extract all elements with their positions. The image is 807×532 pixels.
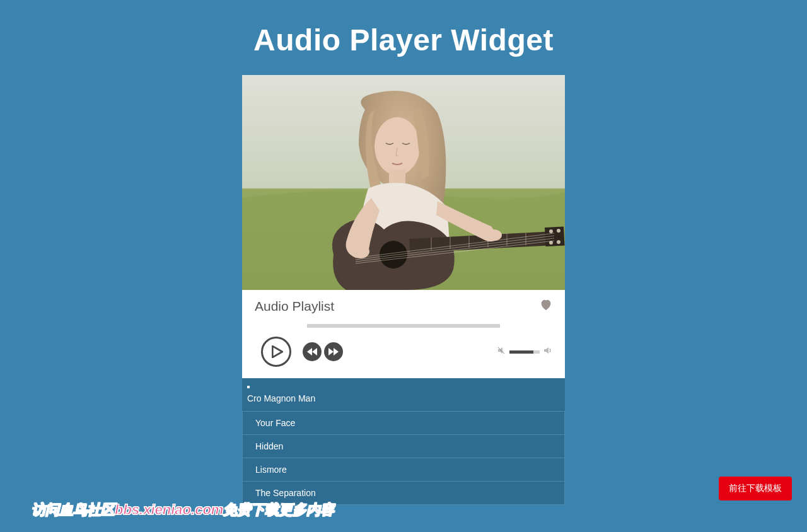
volume-fill [509,350,533,354]
playlist-item[interactable]: Your Face [242,411,565,434]
playlist-title: Audio Playlist [255,299,334,314]
heart-icon[interactable] [540,299,552,313]
volume-down-icon[interactable] [497,346,506,357]
album-art [242,75,565,290]
svg-point-13 [549,229,553,233]
previous-button[interactable] [303,342,322,361]
play-icon [272,345,283,358]
rewind-icon [307,348,317,356]
playlist-item[interactable]: Lismore [242,458,565,481]
svg-point-14 [557,229,560,233]
play-button[interactable] [261,337,291,367]
playlist-item[interactable]: Hidden [242,434,565,458]
svg-point-21 [352,245,369,258]
svg-point-2 [374,117,420,175]
track-title: Your Face [255,418,295,428]
volume-up-icon[interactable] [543,346,552,357]
next-button[interactable] [324,342,343,361]
progress-bar[interactable] [307,324,500,328]
playlist-item[interactable]: The Separation [242,481,565,505]
svg-point-16 [557,240,560,244]
playlist-item-active[interactable]: Cro Magnon Man [242,378,565,411]
forward-icon [328,348,339,356]
track-title: Lismore [255,465,287,475]
svg-point-22 [487,229,502,241]
page-title: Audio Player Widget [0,0,807,75]
audio-player-widget: Audio Playlist [242,75,565,505]
track-title: Hidden [255,441,283,451]
playlist: Cro Magnon Man Your Face Hidden Lismore … [242,378,565,505]
track-title: The Separation [255,488,316,498]
track-title: Cro Magnon Man [247,393,315,403]
active-bullet-icon [247,386,250,388]
download-template-button[interactable]: 前往下载模板 [719,477,792,500]
svg-point-4 [380,241,407,269]
volume-slider[interactable] [509,350,540,354]
